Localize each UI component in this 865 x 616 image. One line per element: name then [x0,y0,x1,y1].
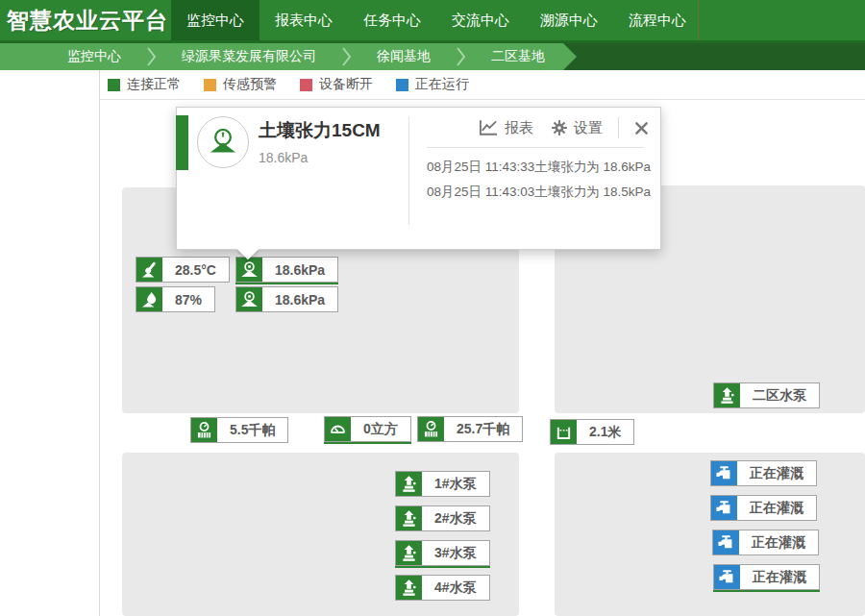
sensor-value: 18.6kPa [262,287,337,311]
sensor-detail-popup: 土壤张力15CM 18.6kPa 报表 设置 08月25日 11:43:33土壤… [176,107,661,250]
sensor-log-entry: 08月25日 11:43:03土壤张力为 18.5kPa [427,180,650,205]
status-label: 正在灌溉 [737,496,816,520]
legend-running: 正在运行 [396,76,469,93]
close-icon[interactable] [634,121,649,136]
sensor-badge-soil-tension-2[interactable]: 18.6kPa [235,286,338,312]
device-badge-zone2-pump[interactable]: 二区水泵 [713,382,820,408]
sensor-badge-soil-tension-1[interactable]: 18.6kPa [235,257,338,283]
nav-item-communication-center[interactable]: 交流中心 [436,0,525,40]
breadcrumb: 监控中心 绿源果菜发展有限公司 徐闻基地 二区基地 [67,43,545,70]
legend-device-offline: 设备断开 [300,76,373,93]
chevron-right-icon [341,46,352,67]
nav-item-monitor-center[interactable]: 监控中心 [171,0,260,40]
sensor-badge-pressure-2[interactable]: 25.7千帕 [417,416,523,442]
device-badge-pump-3[interactable]: 3#水泵 [395,540,490,566]
sensor-badge-pressure-1[interactable]: 5.5千帕 [190,417,288,443]
device-label: 2#水泵 [422,506,489,530]
top-navbar: 智慧农业云平台 监控中心 报表中心 任务中心 交流中心 溯源中心 流程中心 [0,0,865,43]
main-nav: 监控中心 报表中心 任务中心 交流中心 溯源中心 流程中心 [171,0,702,40]
popup-action-bar: 报表 设置 [422,116,649,139]
settings-button[interactable]: 设置 [551,119,603,137]
status-badge-irrigating-3[interactable]: 正在灌溉 [712,530,819,555]
legend-label: 连接正常 [127,76,181,93]
faucet-icon [711,496,737,520]
blue-square-icon [396,79,408,91]
soil-tension-icon [236,258,262,282]
popup-divider-horizontal [427,147,644,148]
humidity-icon [136,287,162,311]
nav-item-trace-center[interactable]: 溯源中心 [525,0,613,40]
pressure-gauge-icon [418,417,444,441]
chevron-right-icon [456,46,466,67]
pump-icon [714,383,740,407]
popup-sensor-value: 18.6kPa [259,150,308,165]
sensor-log-entry: 08月25日 11:43:33土壤张力为 18.6kPa [427,155,650,180]
settings-label: 设置 [574,119,603,137]
flow-meter-icon [325,417,351,441]
thermometer-icon [136,258,162,282]
gear-icon [551,119,568,136]
sensor-log-list: 08月25日 11:43:33土壤张力为 18.6kPa 08月25日 11:4… [427,155,650,205]
device-badge-pump-2[interactable]: 2#水泵 [395,505,490,531]
sensor-value: 5.5千帕 [217,418,287,442]
orange-square-icon [204,79,216,91]
breadcrumb-xuwen-base[interactable]: 徐闻基地 [377,48,431,65]
breadcrumb-monitor-center[interactable]: 监控中心 [67,48,121,65]
status-badge-irrigating-2[interactable]: 正在灌溉 [710,495,817,521]
nav-item-report-center[interactable]: 报表中心 [260,0,348,40]
device-badge-pump-1[interactable]: 1#水泵 [395,471,490,497]
status-label: 正在灌溉 [740,565,819,589]
popup-sensor-title: 土壤张力15CM [259,118,381,143]
breadcrumb-zone2-base[interactable]: 二区基地 [491,48,545,65]
legend-sensor-warning: 传感预警 [204,76,277,93]
line-chart-icon [479,119,499,136]
breadcrumb-arrow [563,43,577,70]
device-label: 1#水泵 [422,472,489,496]
popup-action-divider [618,117,619,138]
legend-label: 传感预警 [223,76,277,93]
sensor-value: 87% [162,287,214,311]
status-label: 正在灌溉 [737,461,816,485]
soil-tension-device-icon [197,116,249,168]
pressure-gauge-icon [191,418,217,442]
smart-agriculture-dashboard: 智慧农业云平台 监控中心 报表中心 任务中心 交流中心 溯源中心 流程中心 监控… [0,0,865,616]
nav-item-task-center[interactable]: 任务中心 [348,0,436,40]
device-label: 4#水泵 [422,576,489,600]
device-badge-pump-4[interactable]: 4#水泵 [395,575,490,601]
status-legend: 连接正常 传感预警 设备断开 正在运行 [100,70,865,100]
report-button[interactable]: 报表 [479,119,533,137]
faucet-icon [711,461,737,485]
status-badge-irrigating-1[interactable]: 正在灌溉 [710,460,817,486]
sensor-value: 28.5°C [162,258,229,282]
popup-divider-vertical [408,117,409,225]
sensor-badge-humidity[interactable]: 87% [136,286,215,312]
sensor-value: 25.7千帕 [444,417,522,441]
pump-icon [396,576,422,600]
popup-accent-bar [176,115,188,170]
breadcrumb-company[interactable]: 绿源果菜发展有限公司 [182,48,316,65]
sensor-badge-flow[interactable]: 0立方 [324,416,411,442]
pump-icon [396,541,422,565]
device-label: 3#水泵 [422,541,489,565]
red-square-icon [300,79,312,91]
report-label: 报表 [505,119,533,137]
green-square-icon [108,79,120,91]
sensor-value: 0立方 [351,417,410,441]
chevron-right-icon [146,46,157,67]
status-badge-irrigating-4[interactable]: 正在灌溉 [713,564,820,590]
device-label: 二区水泵 [740,383,819,407]
sensor-badge-water-level[interactable]: 2.1米 [550,419,634,445]
status-label: 正在灌溉 [739,530,818,554]
faucet-icon [713,530,739,554]
sensor-value: 18.6kPa [262,258,337,282]
sensor-badge-temperature[interactable]: 28.5°C [136,257,230,283]
sensor-value: 2.1米 [577,420,633,444]
soil-tension-icon [236,287,262,311]
legend-label: 正在运行 [415,76,469,93]
legend-connected: 连接正常 [108,76,181,93]
content-left-border [99,70,100,616]
water-level-icon [551,420,577,444]
app-title: 智慧农业云平台 [7,0,168,40]
nav-item-process-center[interactable]: 流程中心 [613,0,702,40]
nav-divider [698,0,699,40]
